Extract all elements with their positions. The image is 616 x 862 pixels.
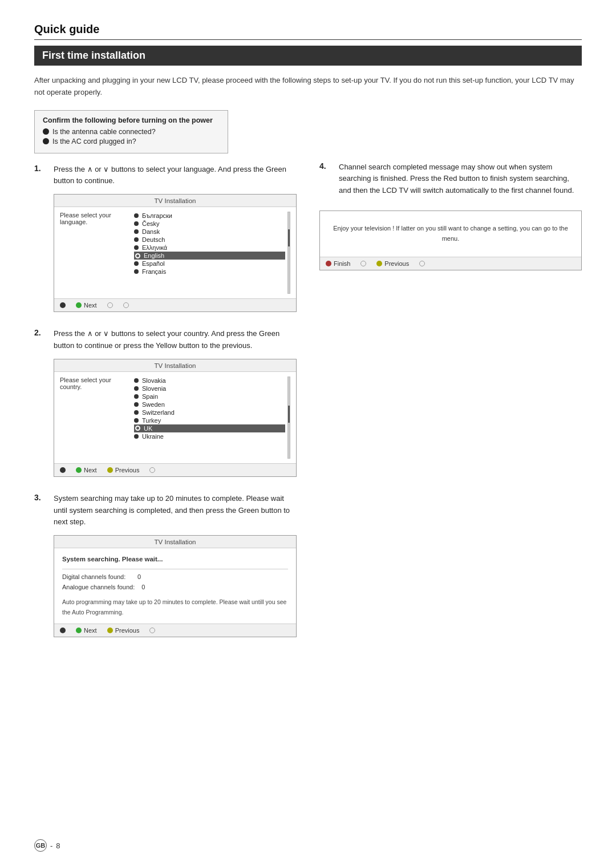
tv-box-1-footer: Next	[54, 298, 296, 311]
next-label-3: Next	[84, 627, 97, 634]
finish-message: Enjoy your television ! If latter on you…	[330, 224, 571, 244]
step-3-block: 3. System searching may take up to 20 mi…	[34, 493, 297, 637]
list-dot	[134, 386, 139, 391]
page-dash: -	[50, 841, 52, 850]
dot-empty-4b	[419, 261, 425, 266]
dot-empty-2	[149, 467, 155, 473]
step-1-text: Press the ∧ or ∨ buttons to select your …	[54, 164, 297, 188]
selected-dot-2	[135, 426, 140, 431]
tv-box-3-footer: Next Previous	[54, 624, 296, 637]
selected-dot	[135, 253, 140, 258]
dot-empty-3	[149, 628, 155, 633]
dot-dark-1	[60, 302, 66, 308]
scrollbar-1[interactable]	[287, 212, 290, 294]
page-badge: GB	[34, 839, 47, 852]
analogue-row: Analogue channels found: 0	[62, 582, 288, 593]
scrollbar-thumb-2	[288, 406, 290, 423]
step-3-number: 3.	[34, 493, 44, 502]
prev-label-2: Previous	[115, 467, 140, 474]
auto-note: Auto programming may take up to 20 minut…	[62, 597, 288, 618]
bullet-icon-2	[43, 138, 49, 144]
footer-btn-dark-3	[60, 628, 66, 633]
tv-box-2-label: Please select your country.	[60, 377, 128, 459]
digital-row: Digital channels found: 0	[62, 572, 288, 582]
prev-label-4: Previous	[384, 260, 409, 267]
list-item: Español	[134, 260, 285, 268]
footer-btn-empty-2	[149, 467, 155, 473]
tv-box-1-header: TV Installation	[54, 195, 296, 207]
list-dot	[134, 418, 139, 423]
footer-btn-empty-4b	[419, 261, 425, 266]
footer-btn-prev-3: Previous	[107, 627, 140, 634]
list-item: Dansk	[134, 228, 285, 236]
list-dot	[134, 261, 139, 266]
page-number: 8	[56, 841, 60, 850]
confirm-title: Confirm the following before turning on …	[43, 116, 220, 124]
list-item: Spain	[134, 392, 285, 400]
footer-btn-dark-2	[60, 467, 66, 473]
confirm-item-2: Is the AC cord plugged in?	[43, 137, 220, 145]
dot-red-4	[326, 261, 331, 266]
list-item: Slovakia	[134, 377, 285, 385]
tv-box-3-body: System searching. Please wait... Digital…	[54, 548, 296, 624]
list-dot	[134, 394, 139, 399]
list-dot	[134, 245, 139, 250]
footer-btn-empty-1a	[107, 302, 113, 308]
footer-btn-dark	[60, 302, 66, 308]
tv-box-4-footer: Finish Previous	[320, 257, 581, 270]
list-dot	[134, 378, 139, 383]
tv-box-1-label: Please select your language.	[60, 212, 128, 294]
footer-btn-empty-3	[149, 628, 155, 633]
list-item: Ελληνικά	[134, 244, 285, 252]
prev-label-3: Previous	[115, 627, 140, 634]
tv-box-3: TV Installation System searching. Please…	[54, 535, 297, 637]
dot-yellow-3	[107, 628, 113, 633]
language-list: Български Česky Dansk Deutsch Ελληνικά E…	[134, 212, 285, 294]
footer-btn-empty-4a	[360, 261, 366, 266]
footer-btn-finish: Finish	[326, 260, 350, 267]
intro-text: After unpacking and plugging in your new…	[34, 75, 582, 99]
analogue-value: 0	[141, 582, 210, 593]
step-3-text: System searching may take up to 20 minut…	[54, 493, 297, 528]
digital-label: Digital channels found:	[62, 572, 131, 582]
step-4-number: 4.	[319, 161, 330, 171]
list-item-selected: UK	[134, 424, 285, 432]
footer-btn-prev-4: Previous	[376, 260, 409, 267]
step-1-number: 1.	[34, 164, 44, 173]
confirm-item-1: Is the antenna cable connected?	[43, 128, 220, 136]
footer-btn-next-3: Next	[76, 627, 97, 634]
list-dot	[134, 269, 139, 274]
footer-btn-next-2: Next	[76, 467, 97, 474]
title-divider	[34, 39, 582, 40]
list-dot	[134, 434, 139, 439]
list-item: Česky	[134, 220, 285, 228]
footer-btn-empty-1b	[123, 302, 129, 308]
tv-box-4-body: Enjoy your television ! If latter on you…	[320, 211, 581, 257]
tv-box-1: TV Installation Please select your langu…	[54, 194, 297, 312]
list-dot	[134, 402, 139, 407]
analogue-label: Analogue channels found:	[62, 582, 135, 593]
list-dot	[134, 237, 139, 242]
scrollbar-thumb-1	[288, 229, 290, 246]
list-item: Slovenia	[134, 385, 285, 392]
dot-yellow-2	[107, 467, 113, 473]
dot-yellow-4	[376, 261, 382, 266]
section-header: First time installation	[34, 46, 582, 66]
confirm-box: Confirm the following before turning on …	[34, 110, 228, 153]
dot-empty-1a	[107, 302, 113, 308]
step-1-block: 1. Press the ∧ or ∨ buttons to select yo…	[34, 164, 297, 313]
next-label-2: Next	[84, 467, 97, 474]
tv-box-2: TV Installation Please select your count…	[54, 359, 297, 477]
dot-green-2	[76, 467, 82, 473]
digital-value: 0	[137, 572, 206, 582]
finish-label: Finish	[334, 260, 350, 267]
list-item: Български	[134, 212, 285, 220]
list-item: Français	[134, 268, 285, 276]
list-dot	[134, 410, 139, 415]
scrollbar-2[interactable]	[287, 377, 290, 459]
step-4-block: 4. Channel search completed message may …	[319, 161, 582, 270]
tv-box-4: Enjoy your television ! If latter on you…	[319, 211, 582, 270]
dot-empty-1b	[123, 302, 129, 308]
list-item: Turkey	[134, 416, 285, 424]
dot-dark-2	[60, 467, 66, 473]
